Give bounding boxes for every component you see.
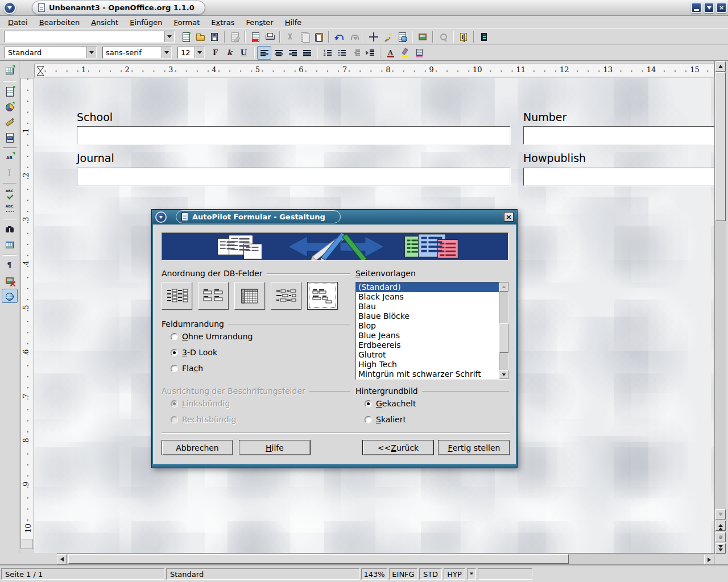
back-button[interactable]: << Zurück bbox=[362, 440, 434, 455]
direct-cursor-icon[interactable]: I bbox=[2, 166, 18, 180]
page-style-item-blop[interactable]: Blop bbox=[356, 321, 499, 331]
font-dropdown-icon[interactable] bbox=[162, 47, 171, 58]
dialog-close-icon[interactable]: × bbox=[504, 212, 514, 222]
cancel-button[interactable]: Abbrechen bbox=[162, 440, 233, 455]
horizontal-scroll-thumb[interactable] bbox=[68, 554, 569, 564]
arrangement-blocks-labels-top-button[interactable] bbox=[307, 282, 338, 310]
help-button[interactable]: Hilfe bbox=[239, 440, 311, 455]
database-fields-icon[interactable] bbox=[477, 30, 491, 44]
scroll-right-icon[interactable] bbox=[704, 555, 714, 565]
autospellcheck-icon[interactable]: ABC bbox=[2, 202, 18, 216]
status-selection-mode[interactable]: STD bbox=[419, 568, 442, 580]
align-right-icon[interactable] bbox=[286, 46, 300, 60]
status-hyperlink-mode[interactable]: HYP bbox=[444, 568, 465, 580]
font-name-combo[interactable]: sans-serif bbox=[102, 47, 172, 59]
redo-icon[interactable] bbox=[346, 30, 360, 44]
align-center-icon[interactable] bbox=[271, 46, 286, 60]
highlighting-icon[interactable] bbox=[398, 46, 412, 60]
page-styles-listbox[interactable]: (Standard)Black JeansBlauBlaue BlöckeBlo… bbox=[355, 282, 509, 380]
radio-icon[interactable] bbox=[171, 349, 178, 356]
page-style-item-standard[interactable]: (Standard) bbox=[356, 282, 499, 292]
finish-button[interactable]: Fertig stellen bbox=[438, 440, 510, 455]
style-dropdown-icon[interactable] bbox=[86, 47, 96, 58]
graphics-onoff-icon[interactable] bbox=[2, 273, 18, 288]
zoom-icon[interactable] bbox=[436, 30, 450, 44]
arrangement-columns-labels-left-button[interactable] bbox=[162, 282, 192, 310]
radio-skaliert[interactable]: Skaliert bbox=[365, 415, 406, 424]
paragraph-background-icon[interactable] bbox=[412, 46, 426, 60]
align-justify-icon[interactable] bbox=[300, 46, 314, 60]
autotext-icon[interactable]: AB bbox=[2, 151, 18, 165]
draw-functions-icon[interactable] bbox=[2, 115, 18, 129]
edit-file-icon[interactable] bbox=[228, 30, 242, 44]
previous-page-icon[interactable] bbox=[715, 521, 726, 531]
radio-ohne-umrandung[interactable]: Ohne Umrandung bbox=[171, 332, 253, 341]
horizontal-ruler[interactable]: 123456789101112131415 bbox=[34, 64, 714, 77]
radio-icon[interactable] bbox=[171, 333, 178, 340]
menu-item-hilfe[interactable]: Hilfe bbox=[279, 17, 308, 28]
list-scroll-up-icon[interactable] bbox=[499, 282, 508, 292]
close-button[interactable]: × bbox=[716, 2, 727, 13]
menu-item-ansicht[interactable]: Ansicht bbox=[85, 17, 124, 28]
url-dropdown-icon[interactable] bbox=[164, 31, 174, 42]
undo-icon[interactable] bbox=[332, 30, 346, 44]
numbered-list-icon[interactable]: 1 2 bbox=[320, 46, 334, 60]
font-color-icon[interactable]: A bbox=[383, 46, 398, 60]
menu-item-extras[interactable]: Extras bbox=[205, 17, 240, 28]
font-size-combo[interactable]: 12 bbox=[177, 47, 205, 59]
find-replace-icon[interactable] bbox=[2, 222, 18, 236]
status-modified[interactable]: * bbox=[467, 568, 476, 580]
status-page[interactable]: Seite 1 / 1 bbox=[1, 568, 164, 580]
nonprinting-characters-icon[interactable]: ¶ bbox=[2, 258, 18, 272]
form-functions-icon[interactable] bbox=[2, 130, 18, 144]
vertical-scroll-thumb[interactable] bbox=[715, 72, 726, 221]
insert-table-icon[interactable] bbox=[2, 64, 18, 78]
list-scroll-down-icon[interactable] bbox=[499, 370, 508, 379]
dialog-menu-button[interactable] bbox=[155, 211, 167, 223]
text-field-howpublish[interactable] bbox=[523, 168, 714, 186]
list-scroll-thumb[interactable] bbox=[499, 323, 508, 353]
vertical-scrollbar[interactable] bbox=[714, 61, 726, 554]
open-document-icon[interactable] bbox=[193, 30, 207, 44]
text-field-journal[interactable] bbox=[77, 168, 510, 186]
size-dropdown-icon[interactable] bbox=[195, 47, 204, 58]
status-page-style[interactable]: Standard bbox=[166, 568, 359, 580]
radio-icon[interactable] bbox=[171, 365, 178, 372]
decrease-indent-icon[interactable] bbox=[349, 46, 363, 60]
online-layout-icon[interactable] bbox=[2, 289, 18, 303]
insert-section-icon[interactable] bbox=[2, 84, 18, 98]
arrangement-blocks-labels-left-button[interactable] bbox=[271, 282, 301, 310]
status-insert-mode[interactable]: EINFG bbox=[389, 568, 417, 580]
page-style-item-blue-jeans[interactable]: Blue Jeans bbox=[356, 331, 499, 340]
vertical-ruler[interactable]: 12345678910 bbox=[20, 78, 34, 548]
new-document-icon[interactable] bbox=[179, 30, 193, 44]
margin-marker-icon[interactable] bbox=[36, 65, 45, 77]
radio-3-d-look[interactable]: 3-D Look bbox=[171, 348, 217, 357]
page-style-item-erdbeereis[interactable]: Erdbeereis bbox=[356, 340, 499, 350]
page-style-item-blau[interactable]: Blau bbox=[356, 302, 499, 311]
list-scrollbar[interactable] bbox=[499, 282, 508, 379]
page-style-item-black-jeans[interactable]: Black Jeans bbox=[356, 292, 499, 302]
next-page-icon[interactable] bbox=[715, 543, 726, 554]
paste-icon[interactable] bbox=[311, 30, 325, 44]
menu-item-datei[interactable]: Datei bbox=[2, 17, 34, 28]
url-combo[interactable] bbox=[5, 31, 175, 43]
page-style-item-mintgr-n-mit-schwarzer-schrift[interactable]: Mintgrün mit schwarzer Schrift bbox=[356, 369, 499, 379]
shade-button[interactable] bbox=[704, 2, 714, 13]
insert-objects-icon[interactable] bbox=[2, 99, 18, 114]
navigation-dot-icon[interactable] bbox=[715, 532, 726, 542]
print-file-icon[interactable] bbox=[262, 30, 276, 44]
spellcheck-icon[interactable]: ABC bbox=[2, 186, 18, 201]
menu-item-bearbeiten[interactable]: Bearbeiten bbox=[34, 17, 85, 28]
scroll-down-icon[interactable] bbox=[715, 509, 726, 519]
text-field-number[interactable] bbox=[523, 126, 714, 144]
navigator-icon[interactable] bbox=[366, 30, 380, 44]
align-left-icon[interactable] bbox=[257, 46, 271, 60]
bullet-list-icon[interactable] bbox=[334, 46, 349, 60]
data-sources-icon[interactable] bbox=[2, 238, 18, 252]
text-field-school[interactable] bbox=[77, 126, 510, 144]
save-document-icon[interactable] bbox=[207, 30, 221, 44]
export-pdf-icon[interactable] bbox=[248, 30, 262, 44]
page-style-item-blaue-bl-cke[interactable]: Blaue Blöcke bbox=[356, 311, 499, 321]
gallery-icon[interactable] bbox=[415, 30, 429, 44]
